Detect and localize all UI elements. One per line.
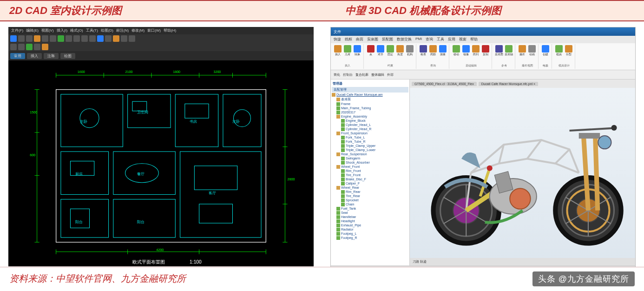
layer-icon[interactable] [58, 35, 64, 42]
tree-item[interactable]: Swingarm [332, 156, 408, 160]
menu-item[interactable]: 帮助(H) [164, 28, 176, 33]
tree-item[interactable]: Wheel_Rear [332, 185, 408, 190]
menu-item[interactable]: 装配图 [382, 37, 393, 42]
tree-item[interactable]: Brake_Disc_F [332, 177, 408, 181]
text-icon[interactable] [105, 35, 112, 42]
cad3d-sub-toolbar[interactable]: 简化控制台复合轮廓整体编辑外部 [331, 70, 635, 79]
sub-toolbar-item[interactable]: 外部 [387, 73, 394, 77]
tree-item[interactable]: Tire_Rear [332, 194, 408, 198]
menu-item[interactable]: 绘图(D) [101, 28, 113, 33]
orbit-icon[interactable] [26, 44, 33, 50]
undo-icon[interactable] [42, 35, 48, 42]
redo-icon[interactable] [50, 35, 56, 42]
menu-item[interactable]: 帮助 [470, 37, 478, 42]
tree-item[interactable]: Headlight [332, 219, 408, 223]
ribbon-button[interactable]: 固定 [386, 45, 394, 59]
menu-item[interactable]: 查询 [426, 37, 433, 42]
menu-item[interactable]: 应用 [448, 37, 455, 42]
ribbon-button[interactable]: 基准面 [495, 45, 503, 59]
viewport-tab[interactable]: Ducati Cafe Racer Monsque.nfc.pnl × [479, 82, 539, 86]
menu-item[interactable]: 插入(I) [57, 28, 68, 33]
ribbon-button[interactable]: 复制 [481, 45, 490, 59]
menu-item[interactable]: 修改(M) [131, 28, 145, 33]
ribbon-button[interactable]: 间隙 [429, 45, 437, 59]
menu-item[interactable]: 工具 [437, 37, 444, 42]
tree-item[interactable]: Cylinder_Head_R [332, 127, 408, 131]
tree-root[interactable]: Ducati Cafe Racer Monsque.am [332, 93, 408, 97]
pan-icon[interactable] [18, 44, 25, 50]
cad2d-tab[interactable]: 注释 [44, 53, 59, 59]
tree-item[interactable]: Rim_Rear [332, 190, 408, 194]
cad3d-viewport[interactable]: GT500_4500_Flex.cl · 3136A_4500_FlexDuca… [410, 79, 635, 265]
circle-icon[interactable] [73, 35, 80, 42]
sub-toolbar-item[interactable]: 控制台 [343, 73, 353, 77]
tree-item[interactable]: Exhaust_Pipe [332, 223, 408, 227]
cad2d-toolbar-2[interactable] [8, 43, 314, 51]
ribbon-button[interactable]: 镜像 [462, 45, 470, 59]
cad3d-tree-panel[interactable]: 管理器 装配管理 Ducati Cafe Racer Monsque.am 基准… [331, 79, 410, 265]
tree-item[interactable]: Fuel_Tank [332, 206, 408, 211]
viewport-tab[interactable]: GT500_4500_Flex.cl · 3136A_4500_Flex [412, 82, 477, 86]
tree-item[interactable]: Engine_Assembly [332, 114, 408, 119]
tree-item[interactable]: Shock_Absorber [332, 160, 408, 165]
ribbon-button[interactable]: 基准轴 [505, 45, 513, 59]
cad2d-canvas[interactable]: 1600 2100 1800 3200 1500 600 2800 4200 [8, 60, 314, 266]
ribbon-button[interactable]: 分型 [565, 45, 573, 59]
save-icon[interactable] [26, 35, 33, 42]
cad2d-tabs[interactable]: 常用插入注释绘图 [8, 51, 314, 60]
tree-tab[interactable]: 装配管理 [332, 87, 408, 93]
menu-item[interactable]: 曲面 [356, 37, 363, 42]
block-icon[interactable] [121, 35, 127, 42]
tree-item[interactable]: Handlebar [332, 215, 408, 219]
cad2d-toolbar-1[interactable] [8, 34, 314, 43]
viewport-canvas[interactable] [410, 88, 635, 258]
cad2d-tab[interactable]: 绘图 [60, 53, 75, 59]
ribbon-button[interactable]: 移动 [452, 45, 460, 59]
rect-icon[interactable] [89, 35, 96, 42]
arc-icon[interactable] [81, 35, 88, 42]
tree-item[interactable]: Rim_Front [332, 169, 408, 173]
ribbon-button[interactable]: 角度 [396, 45, 404, 59]
tree-item[interactable]: 基准面 [332, 97, 408, 102]
ribbon-button[interactable]: 几何 [343, 45, 352, 59]
tree-item[interactable]: Fork_Tube_R [332, 139, 408, 144]
menu-item[interactable]: 视图(V) [41, 28, 54, 33]
tree-item[interactable]: Triple_Clamp_Upper [332, 144, 408, 148]
menu-item[interactable]: 窗口(W) [147, 28, 161, 33]
tree-item[interactable]: Triple_Clamp_Lower [332, 148, 408, 152]
open-icon[interactable] [18, 35, 25, 42]
tree-item[interactable]: Engine_Block [332, 119, 408, 123]
tree-item[interactable]: Footpeg_L [332, 231, 408, 236]
tree-item[interactable]: Cylinder_Head_L [332, 123, 408, 127]
tree-item[interactable]: 20200317 [332, 110, 408, 114]
menu-item[interactable]: 标注(N) [116, 28, 129, 33]
cad3d-file-tab[interactable]: 文件 [334, 29, 341, 34]
ribbon-button[interactable]: 插入 [334, 45, 342, 59]
ribbon-button[interactable]: 点 [367, 45, 375, 59]
tree-item[interactable]: Footpeg_R [332, 236, 408, 240]
menu-item[interactable]: 编辑(E) [26, 28, 39, 33]
ribbon-button[interactable]: 检查 [419, 45, 427, 59]
print-icon[interactable] [34, 35, 40, 42]
tree-item[interactable]: Rear_Suspension [332, 152, 408, 156]
menu-item[interactable]: 快捷 [334, 37, 341, 42]
tree-item[interactable]: Tire_Front [332, 173, 408, 177]
tree-item[interactable]: Main_Frame_Tubing [332, 106, 408, 110]
menu-item[interactable]: 文件(F) [11, 28, 23, 33]
ribbon-button[interactable]: 阵列 [472, 45, 480, 59]
tree-item[interactable]: Radiator [332, 227, 408, 231]
menu-item[interactable]: 数据交换 [397, 37, 412, 42]
tree-item[interactable]: Sprocket [332, 198, 408, 202]
cad2d-tab[interactable]: 常用 [10, 53, 25, 59]
hatch-icon[interactable] [97, 35, 104, 42]
ribbon-button[interactable]: 机构 [406, 45, 414, 59]
cad3d-ribbon[interactable]: 插入几何转换插入点对齐固定角度机构约束检查间隙测量查询移动镜像阵列复制基础编辑基… [331, 43, 635, 70]
cad2d-tab[interactable]: 插入 [27, 53, 42, 59]
menu-item[interactable]: 格式(O) [70, 28, 83, 33]
sub-toolbar-item[interactable]: 整体编辑 [371, 73, 384, 77]
ribbon-button[interactable]: 创建 [541, 45, 550, 59]
zoom-icon[interactable] [10, 44, 17, 50]
menu-item[interactable]: 线框 [345, 37, 352, 42]
tree-item[interactable]: Front_Suspension [332, 131, 408, 135]
ribbon-button[interactable]: 对齐 [376, 45, 385, 59]
